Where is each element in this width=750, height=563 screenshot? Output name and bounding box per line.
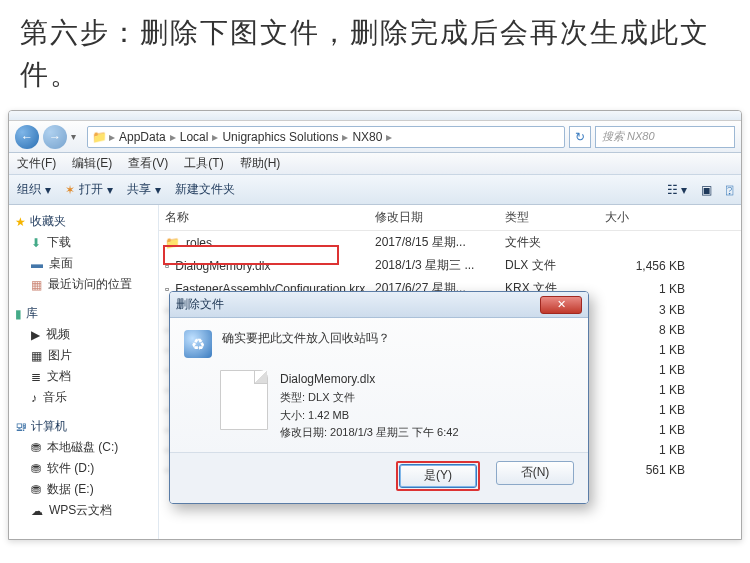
sidebar-item-music[interactable]: ♪音乐 [9,387,158,408]
file-date-cell: 2017/8/15 星期... [375,234,505,251]
refresh-button[interactable]: ↻ [569,126,591,148]
sidebar-item-pictures[interactable]: ▦图片 [9,345,158,366]
file-size-cell: 1 KB [605,403,695,417]
nav-history-dropdown[interactable]: ▾ [71,131,83,142]
toolbar-organize[interactable]: 组织 ▾ [17,181,51,198]
crumb-seg[interactable]: Local [178,130,211,144]
col-date[interactable]: 修改日期 [375,209,505,226]
file-size-cell: 561 KB [605,463,695,477]
dialog-title: 删除文件 [176,296,224,313]
sidebar-item-drive-c[interactable]: ⛃本地磁盘 (C:) [9,437,158,458]
recent-icon: ▦ [31,278,42,292]
desktop-icon: ▬ [31,257,43,271]
explorer-window: ← → ▾ 📁 ▸ AppData▸ Local▸ Unigraphics So… [8,110,742,540]
nav-forward-button[interactable]: → [43,125,67,149]
menu-file[interactable]: 文件(F) [17,155,56,172]
file-name-cell: roles [186,236,212,250]
file-icon: 📁 [165,236,180,250]
file-date-cell: 2018/1/3 星期三 ... [375,257,505,274]
file-icon [220,370,268,430]
sidebar-item-videos[interactable]: ▶视频 [9,324,158,345]
file-date: 修改日期: 2018/1/3 星期三 下午 6:42 [280,424,459,442]
step-caption: 第六步：删除下图文件，删除完成后会再次生成此文件。 [0,0,750,106]
menu-tools[interactable]: 工具(T) [184,155,223,172]
address-bar: ← → ▾ 📁 ▸ AppData▸ Local▸ Unigraphics So… [9,121,741,153]
file-size-cell: 1 KB [605,363,695,377]
file-type-cell: 文件夹 [505,234,605,251]
close-button[interactable]: ✕ [540,296,582,314]
col-name[interactable]: 名称 [165,209,375,226]
file-size-cell: 1 KB [605,443,695,457]
sidebar-favorites-title[interactable]: ★收藏夹 [9,211,158,232]
table-row[interactable]: ▫DialogMemory.dlx2018/1/3 星期三 ...DLX 文件1… [159,254,741,277]
sidebar-item-drive-e[interactable]: ⛃数据 (E:) [9,479,158,500]
drive-icon: ⛃ [31,462,41,476]
file-name-cell: DialogMemory.dlx [175,259,270,273]
file-size-cell: 3 KB [605,303,695,317]
table-row[interactable]: 📁roles2017/8/15 星期...文件夹 [159,231,741,254]
menu-edit[interactable]: 编辑(E) [72,155,112,172]
toolbar-open[interactable]: ✶打开 ▾ [65,181,113,198]
drive-icon: ⛃ [31,483,41,497]
delete-confirm-dialog: 删除文件 ✕ ♻ 确实要把此文件放入回收站吗？ DialogMemory.dlx… [169,291,589,504]
sidebar-item-documents[interactable]: ≣文档 [9,366,158,387]
nav-back-button[interactable]: ← [15,125,39,149]
dialog-message: 确实要把此文件放入回收站吗？ [222,330,390,358]
recycle-icon: ♻ [184,330,212,358]
sidebar-computer-title[interactable]: 🖳计算机 [9,416,158,437]
menu-view[interactable]: 查看(V) [128,155,168,172]
help-button[interactable]: ⍰ [726,183,733,197]
sidebar: ★收藏夹 ⬇下载 ▬桌面 ▦最近访问的位置 ▮库 ▶视频 ▦图片 ≣文档 ♪音乐… [9,205,159,539]
file-name: DialogMemory.dlx [280,370,459,389]
sidebar-libraries-title[interactable]: ▮库 [9,303,158,324]
file-type-cell: DLX 文件 [505,257,605,274]
music-icon: ♪ [31,391,37,405]
yes-button[interactable]: 是(Y) [399,464,477,488]
crumb-seg[interactable]: NX80 [350,130,384,144]
cloud-icon: ☁ [31,504,43,518]
computer-icon: 🖳 [15,420,27,434]
toolbar: 组织 ▾ ✶打开 ▾ 共享 ▾ 新建文件夹 ☷ ▾ ▣ ⍰ [9,175,741,205]
toolbar-newfolder[interactable]: 新建文件夹 [175,181,235,198]
file-type: 类型: DLX 文件 [280,389,459,407]
file-size-cell: 8 KB [605,323,695,337]
breadcrumb[interactable]: 📁 ▸ AppData▸ Local▸ Unigraphics Solution… [87,126,565,148]
menu-help[interactable]: 帮助(H) [240,155,281,172]
download-icon: ⬇ [31,236,41,250]
sidebar-item-drive-d[interactable]: ⛃软件 (D:) [9,458,158,479]
file-size-cell: 1 KB [605,282,695,296]
crumb-seg[interactable]: Unigraphics Solutions [220,130,340,144]
sidebar-item-downloads[interactable]: ⬇下载 [9,232,158,253]
no-button[interactable]: 否(N) [496,461,574,485]
file-icon: ▫ [165,259,169,273]
sidebar-item-recent[interactable]: ▦最近访问的位置 [9,274,158,295]
picture-icon: ▦ [31,349,42,363]
video-icon: ▶ [31,328,40,342]
file-details: DialogMemory.dlx 类型: DLX 文件 大小: 1.42 MB … [280,370,459,442]
sidebar-item-wps-cloud[interactable]: ☁WPS云文档 [9,500,158,521]
menubar: 文件(F) 编辑(E) 查看(V) 工具(T) 帮助(H) [9,153,741,175]
col-size[interactable]: 大小 [605,209,695,226]
folder-icon: 📁 [92,130,107,144]
document-icon: ≣ [31,370,41,384]
column-headers[interactable]: 名称 修改日期 类型 大小 [159,205,741,231]
drive-icon: ⛃ [31,441,41,455]
file-size-cell: 1 KB [605,343,695,357]
dialog-titlebar[interactable]: 删除文件 ✕ [170,292,588,318]
view-mode-button[interactable]: ☷ ▾ [667,183,687,197]
toolbar-share[interactable]: 共享 ▾ [127,181,161,198]
file-size-cell: 1 KB [605,383,695,397]
file-size: 大小: 1.42 MB [280,407,459,425]
annotation-highlight-yes: 是(Y) [396,461,480,491]
crumb-seg[interactable]: AppData [117,130,168,144]
star-icon: ★ [15,215,26,229]
sidebar-item-desktop[interactable]: ▬桌面 [9,253,158,274]
preview-pane-button[interactable]: ▣ [701,183,712,197]
file-size-cell: 1,456 KB [605,259,695,273]
titlebar [9,111,741,121]
file-size-cell: 1 KB [605,423,695,437]
library-icon: ▮ [15,307,22,321]
col-type[interactable]: 类型 [505,209,605,226]
search-input[interactable]: 搜索 NX80 [595,126,735,148]
